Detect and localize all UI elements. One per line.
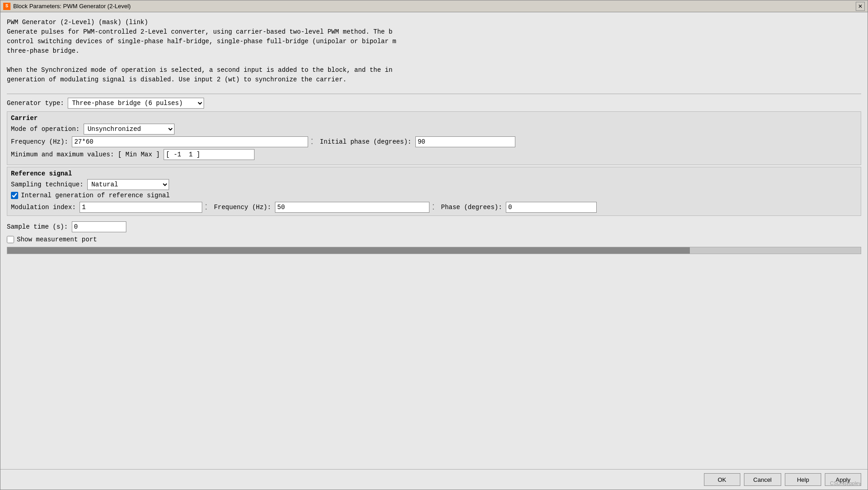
close-button[interactable]: ✕ [856, 2, 865, 11]
scrollbar-thumb [7, 247, 690, 254]
window-title: Block Parameters: PWM Generator (2-Level… [13, 3, 131, 10]
sample-time-input[interactable] [72, 221, 126, 232]
title-bar-buttons: ✕ [856, 2, 865, 11]
block-parameters-window: S Block Parameters: PWM Generator (2-Lev… [0, 0, 868, 490]
desc-line4: three-phase bridge. [7, 46, 861, 56]
internal-gen-row: Internal generation of reference signal [11, 192, 857, 199]
modulation-row: Modulation index: ⁚ Frequency (Hz): ⁚ Ph… [11, 202, 857, 213]
desc-line1: PWM Generator (2-Level) (mask) (link) [7, 18, 861, 27]
ok-button[interactable]: OK [704, 473, 740, 486]
initial-phase-input[interactable] [415, 136, 515, 147]
dotted-sep-2: ⁚ [205, 203, 207, 212]
initial-phase-label: Initial phase (degrees): [320, 138, 412, 145]
phase-degrees-input[interactable] [506, 202, 597, 213]
internal-gen-checkbox[interactable] [11, 192, 18, 199]
desc-line3: control switching devices of single-phas… [7, 37, 861, 46]
freq-hz-input[interactable] [275, 202, 429, 213]
sampling-select[interactable]: Natural [87, 179, 169, 190]
generator-type-label: Generator type: [7, 100, 64, 107]
watermark: CSDN@ppley [830, 480, 861, 486]
desc-line6: When the Synchronized mode of operation … [7, 65, 861, 75]
freq-label: Frequency (Hz): [11, 138, 68, 145]
desc-line7: generation of modulating signal is disab… [7, 75, 861, 85]
show-measurement-checkbox[interactable] [7, 236, 14, 243]
frequency-row: Frequency (Hz): ⁚ Initial phase (degrees… [11, 136, 857, 147]
sample-time-row: Sample time (s): [7, 221, 861, 232]
carrier-title: Carrier [11, 115, 857, 122]
dotted-sep-3: ⁚ [432, 203, 434, 212]
cancel-button[interactable]: Cancel [744, 473, 781, 486]
phase-degrees-label: Phase (degrees): [441, 204, 502, 211]
scrollbar[interactable] [7, 247, 861, 254]
reference-title: Reference signal [11, 170, 857, 177]
mode-label: Mode of operation: [11, 125, 80, 133]
dialog-content: PWM Generator (2-Level) (mask) (link) Ge… [0, 12, 868, 469]
sample-time-label: Sample time (s): [7, 223, 68, 230]
sampling-label: Sampling technique: [11, 181, 84, 188]
description-block: PWM Generator (2-Level) (mask) (link) Ge… [7, 18, 861, 85]
generator-type-row: Generator type: Three-phase bridge (6 pu… [7, 98, 861, 109]
min-max-input[interactable] [164, 149, 254, 160]
separator-1 [7, 94, 861, 94]
min-max-bracket: [ Min Max ] [118, 151, 160, 158]
modulation-index-label: Modulation index: [11, 204, 76, 211]
show-measurement-label: Show measurement port [17, 236, 97, 243]
help-button[interactable]: Help [785, 473, 821, 486]
title-bar: S Block Parameters: PWM Generator (2-Lev… [0, 0, 868, 12]
internal-gen-label: Internal generation of reference signal [21, 192, 170, 199]
mode-select[interactable]: Unsynchronized [84, 124, 175, 135]
title-bar-left: S Block Parameters: PWM Generator (2-Lev… [3, 3, 131, 10]
dotted-sep-1: ⁚ [311, 137, 313, 146]
show-measurement-row: Show measurement port [7, 236, 861, 243]
frequency-input[interactable] [72, 136, 308, 147]
desc-line2: Generate pulses for PWM-controlled 2-Lev… [7, 27, 861, 37]
modulation-index-input[interactable] [80, 202, 202, 213]
reference-section: Reference signal Sampling technique: Nat… [7, 167, 861, 216]
sampling-technique-row: Sampling technique: Natural [11, 179, 857, 190]
freq-hz-label: Frequency (Hz): [214, 204, 271, 211]
generator-type-select[interactable]: Three-phase bridge (6 pulses) [68, 98, 204, 109]
button-row: OK Cancel Help Apply CSDN@ppley [0, 469, 868, 490]
mode-of-operation-row: Mode of operation: Unsynchronized [11, 124, 857, 135]
min-max-label: Minimum and maximum values: [11, 151, 114, 158]
carrier-section: Carrier Mode of operation: Unsynchronize… [7, 111, 861, 165]
simulink-icon: S [3, 3, 10, 10]
min-max-row: Minimum and maximum values: [ Min Max ] [11, 149, 857, 160]
